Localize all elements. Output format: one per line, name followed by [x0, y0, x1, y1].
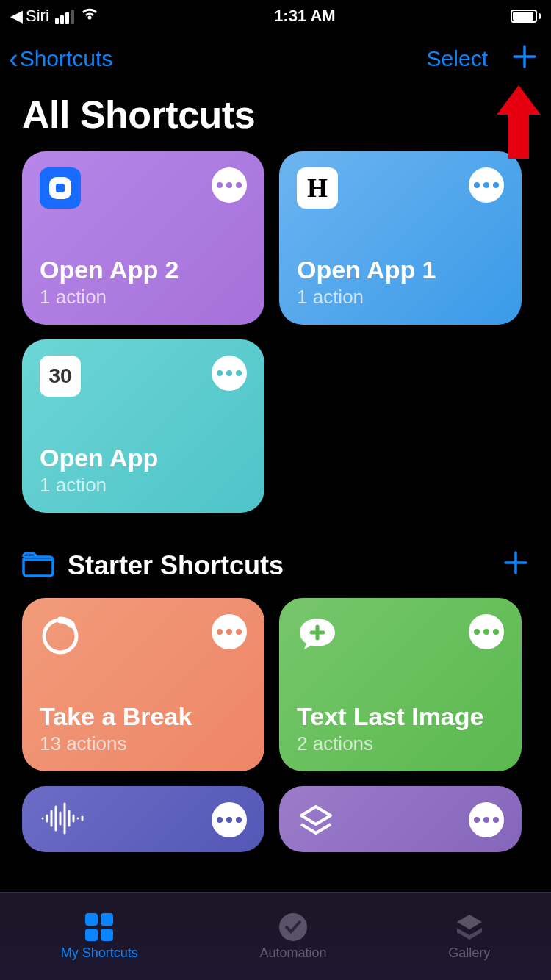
svg-rect-2	[85, 913, 98, 926]
tab-bar: My Shortcuts Automation Gallery	[0, 892, 551, 980]
shortcut-card[interactable]: Text Last Image 2 actions	[279, 598, 522, 771]
return-to-app[interactable]: ◀ Siri	[10, 7, 49, 26]
shortcut-subtitle: 13 actions	[40, 732, 247, 755]
wifi-icon	[80, 7, 99, 26]
ellipsis-icon	[217, 629, 242, 635]
ellipsis-icon	[217, 182, 242, 188]
shortcut-card[interactable]: Take a Break 13 actions	[22, 598, 264, 771]
shortcut-title: Text Last Image	[297, 702, 504, 731]
starter-grid: Take a Break 13 actions Text Last Image …	[0, 598, 551, 852]
message-plus-icon	[297, 614, 338, 658]
stack-icon	[453, 912, 486, 943]
back-caret-icon: ◀	[10, 7, 23, 26]
more-button[interactable]	[212, 356, 247, 391]
timer-icon	[40, 614, 81, 658]
tab-automation[interactable]: Automation	[259, 912, 326, 961]
section-title: Starter Shortcuts	[68, 550, 284, 581]
folder-icon	[22, 551, 54, 580]
add-shortcut-button[interactable]	[511, 43, 538, 75]
shortcuts-grid: Open App 2 1 action H Open App 1 1 actio…	[0, 151, 551, 513]
more-button[interactable]	[469, 614, 504, 649]
shortcut-title: Open App 1	[297, 256, 504, 284]
svg-rect-5	[101, 929, 113, 941]
app-icon: H	[297, 167, 338, 209]
svg-rect-4	[85, 929, 98, 941]
tab-label: My Shortcuts	[61, 945, 138, 961]
return-app-label: Siri	[26, 7, 49, 26]
ellipsis-icon	[474, 817, 499, 823]
shortcut-title: Take a Break	[40, 702, 247, 731]
more-button[interactable]	[469, 167, 504, 203]
cellular-signal-icon	[55, 10, 74, 24]
shortcut-card[interactable]	[22, 786, 264, 852]
more-button[interactable]	[212, 167, 247, 203]
layers-icon	[297, 802, 335, 843]
nav-bar: ‹ Shortcuts Select	[0, 32, 551, 85]
ellipsis-icon	[217, 370, 242, 376]
shortcut-card[interactable]: 30 Open App 1 action	[22, 339, 264, 513]
svg-rect-3	[101, 913, 113, 926]
back-label: Shortcuts	[20, 46, 113, 71]
status-bar: ◀ Siri 1:31 AM	[0, 0, 551, 32]
checkmark-circle-icon	[276, 912, 310, 943]
shortcut-title: Open App	[40, 444, 247, 472]
tab-gallery[interactable]: Gallery	[448, 912, 490, 961]
tab-label: Gallery	[448, 945, 490, 961]
battery-icon	[511, 10, 541, 23]
shortcut-subtitle: 1 action	[40, 286, 247, 309]
select-button[interactable]: Select	[427, 46, 488, 71]
app-icon	[40, 167, 81, 209]
shortcut-card[interactable]: Open App 2 1 action	[22, 151, 264, 325]
more-button[interactable]	[469, 802, 504, 837]
audio-wave-icon	[40, 802, 84, 837]
page-title: All Shortcuts	[0, 85, 551, 151]
back-button[interactable]: ‹ Shortcuts	[9, 45, 112, 73]
chevron-left-icon: ‹	[9, 45, 18, 73]
shortcut-title: Open App 2	[40, 256, 247, 284]
shortcut-subtitle: 1 action	[40, 474, 247, 497]
ellipsis-icon	[474, 629, 499, 635]
annotation-arrow-icon	[497, 85, 541, 162]
more-button[interactable]	[212, 614, 247, 649]
tab-my-shortcuts[interactable]: My Shortcuts	[61, 912, 138, 961]
shortcut-card[interactable]	[279, 786, 522, 852]
shortcut-subtitle: 1 action	[297, 286, 504, 309]
clock: 1:31 AM	[274, 7, 336, 26]
shortcut-subtitle: 2 actions	[297, 732, 504, 755]
grid-icon	[82, 912, 116, 943]
shortcut-card[interactable]: H Open App 1 1 action	[279, 151, 522, 325]
section-header: Starter Shortcuts	[0, 513, 551, 598]
add-to-section-button[interactable]	[503, 548, 529, 583]
calendar-app-icon: 30	[40, 356, 81, 397]
ellipsis-icon	[474, 182, 499, 188]
more-button[interactable]	[212, 802, 247, 837]
calendar-day: 30	[48, 366, 71, 386]
tab-label: Automation	[259, 945, 326, 961]
ellipsis-icon	[217, 817, 242, 823]
